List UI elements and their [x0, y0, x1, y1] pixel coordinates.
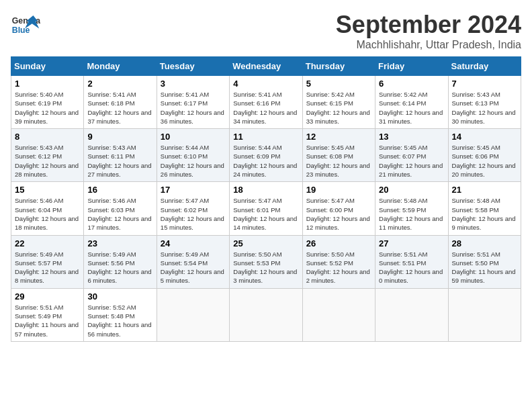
calendar-cell: 10 Sunrise: 5:44 AMSunset: 6:10 PMDaylig… — [157, 129, 229, 182]
day-info: Sunrise: 5:40 AMSunset: 6:19 PMDaylight:… — [15, 91, 79, 125]
calendar-cell: 14 Sunrise: 5:45 AMSunset: 6:06 PMDaylig… — [448, 129, 521, 182]
calendar-cell: 5 Sunrise: 5:42 AMSunset: 6:15 PMDayligh… — [302, 76, 375, 129]
day-number: 3 — [161, 79, 226, 89]
day-number: 25 — [233, 238, 298, 248]
day-info: Sunrise: 5:50 AMSunset: 5:53 PMDaylight:… — [233, 250, 297, 285]
calendar-cell: 4 Sunrise: 5:41 AMSunset: 6:16 PMDayligh… — [230, 76, 302, 129]
calendar-cell: 6 Sunrise: 5:42 AMSunset: 6:14 PMDayligh… — [375, 76, 448, 129]
calendar-cell — [302, 288, 375, 341]
calendar-cell: 20 Sunrise: 5:48 AMSunset: 5:59 PMDaylig… — [375, 182, 448, 235]
day-info: Sunrise: 5:46 AMSunset: 6:03 PMDaylight:… — [87, 197, 151, 231]
day-number: 12 — [306, 132, 371, 142]
calendar-cell: 1 Sunrise: 5:40 AMSunset: 6:19 PMDayligh… — [11, 76, 84, 129]
calendar-cell: 11 Sunrise: 5:44 AMSunset: 6:09 PMDaylig… — [230, 129, 302, 182]
day-info: Sunrise: 5:44 AMSunset: 6:10 PMDaylight:… — [161, 144, 224, 178]
day-info: Sunrise: 5:42 AMSunset: 6:14 PMDaylight:… — [379, 91, 443, 125]
day-info: Sunrise: 5:45 AMSunset: 6:08 PMDaylight:… — [306, 144, 370, 178]
calendar-cell — [448, 288, 521, 341]
calendar-cell: 25 Sunrise: 5:50 AMSunset: 5:53 PMDaylig… — [230, 235, 302, 288]
calendar-cell: 2 Sunrise: 5:41 AMSunset: 6:18 PMDayligh… — [84, 76, 157, 129]
weekday-header-monday: Monday — [84, 57, 157, 76]
calendar-cell: 18 Sunrise: 5:47 AMSunset: 6:01 PMDaylig… — [230, 182, 302, 235]
day-number: 11 — [233, 132, 298, 142]
day-number: 24 — [161, 238, 226, 248]
day-number: 14 — [452, 132, 517, 142]
day-info: Sunrise: 5:41 AMSunset: 6:18 PMDaylight:… — [87, 91, 151, 125]
day-number: 28 — [452, 238, 517, 248]
day-number: 27 — [379, 238, 444, 248]
day-number: 6 — [379, 79, 444, 89]
calendar-cell — [230, 288, 302, 341]
day-info: Sunrise: 5:50 AMSunset: 5:52 PMDaylight:… — [306, 250, 370, 285]
weekday-header-thursday: Thursday — [302, 57, 375, 76]
weekday-header-friday: Friday — [375, 57, 448, 76]
day-info: Sunrise: 5:49 AMSunset: 5:57 PMDaylight:… — [15, 250, 79, 285]
calendar-cell: 7 Sunrise: 5:43 AMSunset: 6:13 PMDayligh… — [448, 76, 521, 129]
day-number: 21 — [452, 185, 517, 195]
day-info: Sunrise: 5:47 AMSunset: 6:00 PMDaylight:… — [306, 197, 370, 231]
day-number: 4 — [233, 79, 298, 89]
day-number: 26 — [306, 238, 371, 248]
day-number: 23 — [87, 238, 152, 248]
calendar-cell: 21 Sunrise: 5:48 AMSunset: 5:58 PMDaylig… — [448, 182, 521, 235]
calendar-cell: 9 Sunrise: 5:43 AMSunset: 6:11 PMDayligh… — [84, 129, 157, 182]
day-info: Sunrise: 5:47 AMSunset: 6:01 PMDaylight:… — [233, 197, 297, 231]
day-info: Sunrise: 5:45 AMSunset: 6:07 PMDaylight:… — [379, 144, 443, 178]
day-number: 22 — [15, 238, 80, 248]
day-number: 8 — [15, 132, 80, 142]
day-info: Sunrise: 5:43 AMSunset: 6:11 PMDaylight:… — [87, 144, 151, 178]
day-number: 20 — [379, 185, 444, 195]
day-number: 29 — [15, 291, 80, 302]
logo-icon: General Blue — [11, 11, 40, 40]
weekday-header-saturday: Saturday — [448, 57, 521, 76]
day-number: 2 — [87, 79, 152, 89]
calendar-cell: 22 Sunrise: 5:49 AMSunset: 5:57 PMDaylig… — [11, 235, 84, 288]
calendar-cell: 13 Sunrise: 5:45 AMSunset: 6:07 PMDaylig… — [375, 129, 448, 182]
day-number: 9 — [87, 132, 152, 142]
day-number: 19 — [306, 185, 371, 195]
day-number: 13 — [379, 132, 444, 142]
calendar-cell: 19 Sunrise: 5:47 AMSunset: 6:00 PMDaylig… — [302, 182, 375, 235]
day-number: 10 — [161, 132, 226, 142]
day-info: Sunrise: 5:49 AMSunset: 5:56 PMDaylight:… — [87, 250, 151, 285]
day-info: Sunrise: 5:43 AMSunset: 6:12 PMDaylight:… — [15, 144, 79, 178]
day-info: Sunrise: 5:49 AMSunset: 5:54 PMDaylight:… — [161, 250, 224, 285]
day-info: Sunrise: 5:47 AMSunset: 6:02 PMDaylight:… — [161, 197, 224, 231]
day-number: 1 — [15, 79, 80, 89]
title-area: September 2024 Machhlishahr, Uttar Prade… — [336, 11, 521, 51]
day-number: 5 — [306, 79, 371, 89]
month-title: September 2024 — [336, 11, 521, 39]
day-info: Sunrise: 5:41 AMSunset: 6:16 PMDaylight:… — [233, 91, 297, 125]
weekday-header-tuesday: Tuesday — [157, 57, 229, 76]
calendar-cell: 28 Sunrise: 5:51 AMSunset: 5:50 PMDaylig… — [448, 235, 521, 288]
calendar-cell: 3 Sunrise: 5:41 AMSunset: 6:17 PMDayligh… — [157, 76, 229, 129]
svg-text:Blue: Blue — [12, 26, 30, 35]
calendar-cell: 27 Sunrise: 5:51 AMSunset: 5:51 PMDaylig… — [375, 235, 448, 288]
day-info: Sunrise: 5:52 AMSunset: 5:48 PMDaylight:… — [87, 304, 151, 338]
day-number: 15 — [15, 185, 80, 195]
day-info: Sunrise: 5:51 AMSunset: 5:50 PMDaylight:… — [452, 250, 516, 285]
day-number: 17 — [161, 185, 226, 195]
day-info: Sunrise: 5:48 AMSunset: 5:58 PMDaylight:… — [452, 197, 516, 231]
calendar-cell: 30 Sunrise: 5:52 AMSunset: 5:48 PMDaylig… — [84, 288, 157, 341]
day-info: Sunrise: 5:41 AMSunset: 6:17 PMDaylight:… — [161, 91, 224, 125]
day-info: Sunrise: 5:46 AMSunset: 6:04 PMDaylight:… — [15, 197, 79, 231]
day-info: Sunrise: 5:51 AMSunset: 5:51 PMDaylight:… — [379, 250, 443, 285]
day-info: Sunrise: 5:42 AMSunset: 6:15 PMDaylight:… — [306, 91, 370, 125]
calendar-cell — [157, 288, 229, 341]
calendar-cell: 15 Sunrise: 5:46 AMSunset: 6:04 PMDaylig… — [11, 182, 84, 235]
calendar-cell: 24 Sunrise: 5:49 AMSunset: 5:54 PMDaylig… — [157, 235, 229, 288]
day-number: 7 — [452, 79, 517, 89]
calendar-cell — [375, 288, 448, 341]
calendar-cell: 29 Sunrise: 5:51 AMSunset: 5:49 PMDaylig… — [11, 288, 84, 341]
weekday-header-wednesday: Wednesday — [230, 57, 302, 76]
day-info: Sunrise: 5:45 AMSunset: 6:06 PMDaylight:… — [452, 144, 516, 178]
day-info: Sunrise: 5:43 AMSunset: 6:13 PMDaylight:… — [452, 91, 516, 125]
day-info: Sunrise: 5:44 AMSunset: 6:09 PMDaylight:… — [233, 144, 297, 178]
calendar-cell: 16 Sunrise: 5:46 AMSunset: 6:03 PMDaylig… — [84, 182, 157, 235]
calendar-cell: 17 Sunrise: 5:47 AMSunset: 6:02 PMDaylig… — [157, 182, 229, 235]
weekday-header-sunday: Sunday — [11, 57, 84, 76]
calendar-cell: 26 Sunrise: 5:50 AMSunset: 5:52 PMDaylig… — [302, 235, 375, 288]
calendar-table: SundayMondayTuesdayWednesdayThursdayFrid… — [11, 56, 521, 342]
day-number: 16 — [87, 185, 152, 195]
